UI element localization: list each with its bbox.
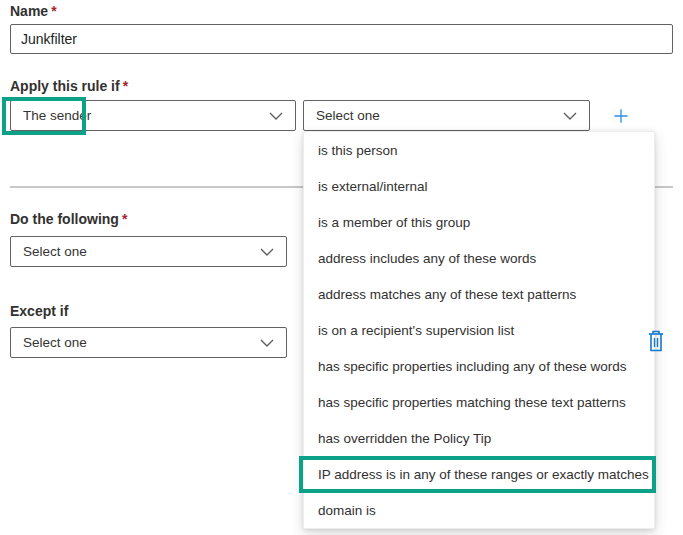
subcondition-select-value: Select one: [316, 108, 380, 123]
required-asterisk: *: [123, 78, 128, 94]
menu-item[interactable]: address includes any of these words: [304, 240, 654, 276]
action-select-value: Select one: [23, 244, 87, 259]
except-if-label-text: Except if: [10, 303, 68, 319]
menu-item[interactable]: has specific properties matching these t…: [304, 384, 654, 420]
condition-select[interactable]: The sender: [10, 100, 296, 131]
name-label: Name*: [10, 3, 57, 19]
subcondition-select[interactable]: Select one: [303, 100, 590, 131]
condition-dropdown-menu: is this person is external/internal is a…: [303, 131, 655, 529]
exception-select-value: Select one: [23, 335, 87, 350]
apply-rule-label: Apply this rule if*: [10, 78, 128, 94]
exception-select[interactable]: Select one: [10, 327, 287, 358]
menu-item[interactable]: domain is: [304, 492, 654, 528]
do-following-label: Do the following*: [10, 211, 127, 227]
add-condition-button[interactable]: [607, 102, 635, 130]
name-label-text: Name: [10, 3, 48, 19]
except-if-label: Except if: [10, 303, 68, 319]
rule-name-input[interactable]: [10, 24, 673, 54]
menu-item-ip-address[interactable]: IP address is in any of these ranges or …: [304, 456, 654, 492]
chevron-down-icon: [260, 339, 274, 347]
do-following-label-text: Do the following: [10, 211, 119, 227]
apply-rule-label-text: Apply this rule if: [10, 78, 120, 94]
chevron-down-icon: [269, 112, 283, 120]
menu-item[interactable]: is a member of this group: [304, 204, 654, 240]
menu-item[interactable]: has overridden the Policy Tip: [304, 420, 654, 456]
transport-rule-form: Name* Apply this rule if* The sender Sel…: [0, 0, 683, 535]
plus-icon: [613, 104, 629, 128]
menu-item[interactable]: is on a recipient's supervision list: [304, 312, 654, 348]
required-asterisk: *: [51, 3, 56, 19]
chevron-down-icon: [563, 112, 577, 120]
delete-exception-button[interactable]: [647, 330, 665, 354]
condition-select-value: The sender: [23, 108, 91, 123]
menu-item[interactable]: is this person: [304, 132, 654, 168]
chevron-down-icon: [260, 248, 274, 256]
required-asterisk: *: [122, 211, 127, 227]
trash-icon: [648, 330, 664, 352]
action-select[interactable]: Select one: [10, 236, 287, 267]
menu-item[interactable]: address matches any of these text patter…: [304, 276, 654, 312]
menu-item[interactable]: is external/internal: [304, 168, 654, 204]
menu-item[interactable]: has specific properties including any of…: [304, 348, 654, 384]
